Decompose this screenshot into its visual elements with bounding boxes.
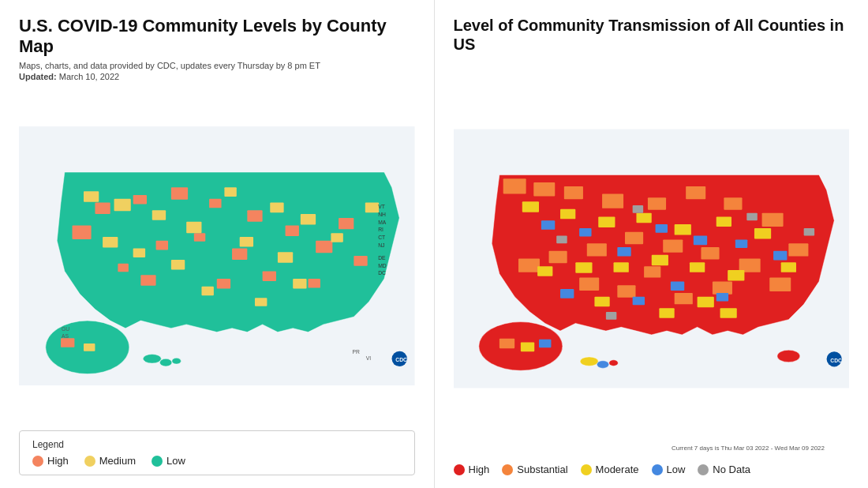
svg-rect-7 <box>286 225 299 236</box>
svg-rect-80 <box>522 201 538 212</box>
left-panel-updated: Updated: March 10, 2022 <box>19 72 415 81</box>
svg-rect-75 <box>674 293 692 304</box>
svg-rect-88 <box>728 270 744 281</box>
svg-rect-20 <box>114 199 131 211</box>
right-legend-item-nodata: No Data <box>698 464 750 475</box>
svg-rect-61 <box>602 194 623 208</box>
svg-rect-24 <box>270 202 283 212</box>
svg-rect-38 <box>84 343 95 351</box>
left-map-container: VT NH MA RI CT NJ DE MD DC GU AS PR VI C… <box>19 89 415 422</box>
medium-dot <box>84 456 95 467</box>
svg-text:CDC: CDC <box>830 358 842 363</box>
nodata-label: No Data <box>713 464 750 475</box>
svg-point-119 <box>597 361 608 369</box>
svg-rect-82 <box>598 216 615 227</box>
right-legend-item-low: Low <box>652 464 686 475</box>
svg-rect-100 <box>617 247 630 257</box>
svg-rect-113 <box>605 312 616 320</box>
right-panel: Level of Community Transmission of All C… <box>435 0 869 488</box>
svg-text:RI: RI <box>378 227 383 232</box>
svg-rect-72 <box>548 251 567 263</box>
svg-rect-35 <box>255 298 267 306</box>
svg-rect-3 <box>133 195 147 205</box>
svg-rect-18 <box>217 279 230 289</box>
right-legend-item-high: High <box>454 464 490 475</box>
svg-rect-92 <box>575 262 592 273</box>
svg-rect-73 <box>518 259 539 272</box>
svg-rect-32 <box>293 279 306 289</box>
moderate-dot <box>581 464 592 475</box>
svg-rect-109 <box>556 236 567 244</box>
svg-text:DE: DE <box>378 255 386 261</box>
svg-rect-37 <box>61 338 74 347</box>
right-high-label: High <box>469 464 490 475</box>
substantial-dot <box>502 464 513 475</box>
svg-text:NJ: NJ <box>378 242 384 247</box>
left-legend-items: High Medium Low <box>32 455 402 467</box>
low-label: Low <box>166 455 185 467</box>
svg-rect-16 <box>194 233 205 242</box>
svg-rect-11 <box>118 264 129 272</box>
svg-rect-87 <box>780 262 795 272</box>
svg-rect-64 <box>724 197 742 209</box>
svg-point-39 <box>143 354 161 363</box>
svg-rect-78 <box>617 285 635 297</box>
svg-rect-6 <box>247 210 262 221</box>
svg-rect-91 <box>613 262 628 272</box>
svg-rect-101 <box>655 224 667 233</box>
moderate-label: Moderate <box>596 464 639 475</box>
svg-rect-29 <box>133 248 145 257</box>
left-panel-title: U.S. COVID-19 Community Levels by County… <box>19 16 415 58</box>
svg-text:VT: VT <box>378 204 385 209</box>
svg-rect-115 <box>499 339 514 349</box>
svg-rect-28 <box>171 260 185 270</box>
svg-rect-22 <box>186 221 201 232</box>
svg-rect-31 <box>103 237 118 248</box>
svg-rect-98 <box>541 220 554 230</box>
right-panel-title: Level of Community Transmission of All C… <box>454 16 850 54</box>
svg-rect-83 <box>636 213 651 223</box>
svg-rect-89 <box>689 262 704 272</box>
svg-text:CT: CT <box>378 235 385 240</box>
svg-rect-86 <box>754 228 770 239</box>
svg-rect-116 <box>520 343 533 352</box>
left-panel: U.S. COVID-19 Community Levels by County… <box>0 0 434 488</box>
svg-text:MA: MA <box>378 219 387 224</box>
svg-rect-111 <box>746 213 758 221</box>
svg-text:PR: PR <box>352 348 360 354</box>
svg-rect-103 <box>735 239 746 248</box>
svg-rect-85 <box>716 216 731 227</box>
svg-rect-77 <box>579 278 599 291</box>
svg-rect-106 <box>670 281 683 291</box>
svg-rect-66 <box>788 243 808 256</box>
svg-rect-112 <box>803 228 814 236</box>
svg-rect-69 <box>663 239 683 252</box>
svg-rect-76 <box>769 278 791 291</box>
svg-rect-79 <box>644 266 660 277</box>
svg-rect-25 <box>301 214 316 225</box>
high-dot <box>32 456 43 467</box>
map-note: Current 7 days is Thu Mar 03 2022 - Wed … <box>669 444 827 452</box>
svg-rect-74 <box>712 281 731 294</box>
left-legend-box: Legend High Medium Low <box>19 430 415 475</box>
high-label: High <box>47 455 69 467</box>
svg-rect-63 <box>686 186 705 199</box>
right-map-container: CDC Current 7 days is Thu Mar 03 2022 - … <box>454 62 850 456</box>
svg-rect-105 <box>716 293 728 302</box>
legend-item-medium: Medium <box>84 455 136 467</box>
svg-point-40 <box>159 358 171 366</box>
svg-rect-110 <box>632 205 643 213</box>
svg-text:MD: MD <box>378 262 387 268</box>
svg-point-41 <box>172 358 181 364</box>
right-legend-item-moderate: Moderate <box>581 464 639 475</box>
svg-rect-59 <box>533 182 555 196</box>
svg-rect-8 <box>316 241 332 253</box>
svg-rect-4 <box>171 187 188 199</box>
nodata-dot <box>698 464 709 475</box>
right-legend: High Substantial Moderate Low No Data <box>454 464 850 475</box>
left-legend-title: Legend <box>32 439 402 450</box>
svg-rect-96 <box>720 308 736 318</box>
svg-rect-30 <box>240 237 253 247</box>
svg-rect-84 <box>674 224 690 235</box>
right-legend-item-substantial: Substantial <box>502 464 567 475</box>
